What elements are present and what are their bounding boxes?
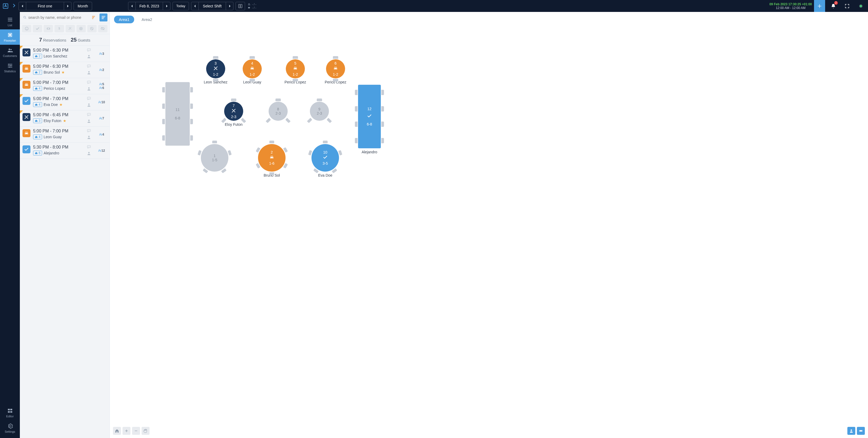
nav-forward-icon[interactable]	[12, 3, 17, 9]
zoom-out-button[interactable]	[132, 427, 140, 435]
sort-asc-button[interactable]	[90, 13, 98, 22]
date-prev-icon[interactable]	[128, 2, 136, 10]
shift-selector[interactable]: Select Shift	[191, 2, 234, 10]
reservation-time: 5:00 PM - 6:30 PM	[33, 48, 82, 53]
reservation-item[interactable]: 5:30 PM - 8:00 PM 6 Alejandro Ar12	[20, 143, 110, 159]
chair-icon	[266, 118, 271, 123]
table-number: 5	[294, 61, 297, 65]
floor-table[interactable]: 103-5Eva Doe	[311, 144, 339, 177]
shift-next-icon[interactable]	[226, 2, 233, 10]
area-tab-2[interactable]: Area2	[137, 16, 157, 23]
guest-count-pill: 6	[33, 151, 42, 155]
filter-hidden[interactable]	[98, 25, 107, 32]
table-number: 1	[214, 154, 216, 158]
filter-table[interactable]	[44, 25, 53, 32]
reservation-item[interactable]: 5:00 PM - 6:30 PM 2 Bruno Sol ★ Ar2	[20, 62, 110, 78]
shift-prev-icon[interactable]	[191, 2, 199, 10]
sort-desc-button[interactable]	[99, 13, 107, 22]
reservation-item[interactable]: 5:00 PM - 6:45 PM 3 Eloy Futon ★ Ar7	[20, 110, 110, 126]
comment-icon[interactable]	[87, 113, 91, 118]
status-icon	[23, 145, 30, 153]
nav-editor[interactable]: Editor	[0, 405, 20, 420]
person-mode-button[interactable]	[847, 427, 855, 435]
date-next-icon[interactable]	[163, 2, 170, 10]
view-prev-icon[interactable]	[19, 2, 26, 10]
comment-icon[interactable]	[87, 96, 91, 102]
filter-check[interactable]	[33, 25, 42, 32]
floor-table[interactable]: 82-3	[269, 102, 288, 121]
view-selector[interactable]: First one	[19, 2, 71, 10]
table-number: 9	[318, 107, 320, 111]
floor-table[interactable]: 72-3Eloy Futon	[224, 102, 243, 126]
nav-statistics[interactable]: Statistics	[0, 60, 20, 76]
comment-icon[interactable]	[87, 80, 91, 86]
comment-icon[interactable]	[87, 145, 91, 150]
floor-table[interactable]: 41-2Leon Guay	[243, 59, 262, 84]
floor-table[interactable]: 21-6Bruno Sol	[258, 144, 285, 177]
canvas-toolbar-left	[113, 427, 150, 435]
floor-table[interactable]: 92-3	[310, 102, 329, 121]
filter-dining[interactable]	[66, 25, 75, 32]
canvas-toolbar-right	[847, 427, 865, 435]
floor-table[interactable]: 51-2Perico Lopez	[284, 59, 306, 84]
reservation-item[interactable]: 5:00 PM - 7:00 PM 4 Eva Doe ★ Ar10	[20, 94, 110, 110]
svg-point-50	[89, 114, 89, 114]
table-status-icon	[323, 155, 328, 161]
nav-customers[interactable]: Customers	[0, 45, 20, 60]
status-icon	[23, 49, 30, 56]
chair-icon	[190, 119, 193, 124]
svg-point-65	[88, 152, 89, 153]
person-icon	[87, 151, 91, 156]
zoom-in-button[interactable]	[123, 427, 130, 435]
floor-table[interactable]: 31-2Leon Sanchez	[204, 59, 227, 84]
priority-corner-icon	[20, 110, 23, 114]
search-input[interactable]	[22, 14, 88, 21]
priority-corner-icon	[20, 62, 23, 65]
svg-point-8	[10, 65, 11, 66]
floor-table[interactable]: 11-5	[201, 144, 228, 172]
floor-table[interactable]: 61-2Perico Lopez	[325, 59, 346, 84]
add-button[interactable]	[814, 0, 825, 12]
comment-icon[interactable]	[87, 64, 91, 69]
filter-cancelled[interactable]	[76, 25, 86, 32]
reservation-item[interactable]: 5:00 PM - 7:00 PM 4 Perico Lopez Ar5Ar6	[20, 78, 110, 94]
filter-noshow[interactable]	[87, 25, 97, 32]
today-button[interactable]: Today	[173, 2, 189, 10]
svg-point-51	[89, 114, 90, 114]
svg-point-15	[25, 27, 28, 30]
floor-table[interactable]: 126-8Alejandro	[358, 85, 381, 154]
table-capacity: 1-2	[293, 72, 298, 77]
home-button[interactable]	[113, 427, 121, 435]
reservation-item[interactable]: 5:00 PM - 7:00 PM 4 Leon Guay Ar4	[20, 126, 110, 143]
comment-icon[interactable]	[87, 48, 91, 53]
chair-icon	[355, 138, 358, 143]
area-tab-1[interactable]: Area1	[114, 16, 134, 23]
svg-rect-79	[860, 430, 862, 431]
nav-floorplan[interactable]: Floorplan	[0, 29, 20, 45]
book-button[interactable]	[236, 2, 245, 10]
filter-smile[interactable]	[22, 25, 31, 32]
notifications-button[interactable]: 2	[828, 0, 839, 12]
date-selector[interactable]: Feb 8, 2023	[128, 2, 170, 10]
view-next-icon[interactable]	[64, 2, 71, 10]
filter-paid[interactable]: $	[55, 25, 64, 32]
floorplan-canvas[interactable]: 31-2Leon Sanchez41-2Leon Guay51-2Perico …	[110, 25, 868, 438]
comment-icon[interactable]	[87, 129, 91, 134]
nav-list[interactable]: List	[0, 14, 20, 29]
chair-icon	[285, 118, 290, 123]
chair-icon	[162, 119, 165, 124]
table-status-icon	[293, 66, 298, 72]
app-logo[interactable]	[2, 2, 9, 10]
chair-icon	[228, 150, 232, 155]
table-mode-button[interactable]	[857, 427, 865, 435]
svg-point-58	[89, 130, 89, 130]
fullscreen-button[interactable]	[841, 0, 852, 12]
floor-table[interactable]: 116-8	[165, 82, 190, 146]
pan-button[interactable]	[142, 427, 150, 435]
period-selector[interactable]: Month	[73, 2, 92, 10]
nav-settings[interactable]: Settings	[0, 420, 20, 436]
reservation-meta	[84, 129, 94, 140]
reservation-item[interactable]: 5:00 PM - 6:30 PM 2 Leon Sanchez Ar3	[20, 46, 110, 62]
table-number: 10	[323, 150, 327, 154]
guest-count-pill: 4	[33, 135, 42, 139]
